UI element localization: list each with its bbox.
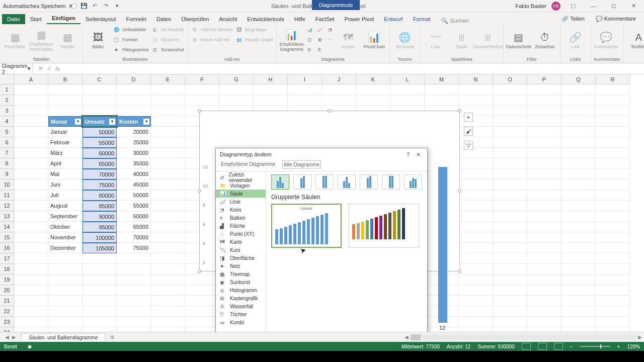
cell[interactable] bbox=[151, 158, 185, 169]
row-header[interactable]: 22 bbox=[0, 306, 14, 317]
cell[interactable] bbox=[527, 169, 561, 179]
cell[interactable] bbox=[83, 317, 117, 327]
cell[interactable] bbox=[527, 84, 561, 95]
cell[interactable] bbox=[527, 127, 561, 137]
cell[interactable] bbox=[459, 95, 493, 106]
row-header[interactable]: 23 bbox=[0, 317, 14, 327]
cell[interactable]: Mai bbox=[48, 169, 83, 179]
cell[interactable] bbox=[596, 275, 630, 285]
cell[interactable] bbox=[493, 169, 527, 179]
cell[interactable] bbox=[14, 158, 48, 169]
column-header[interactable]: K bbox=[356, 74, 390, 84]
chart-category-item[interactable]: 📉Kurs bbox=[216, 246, 266, 254]
cell[interactable] bbox=[83, 285, 117, 296]
cell[interactable] bbox=[493, 137, 527, 148]
cell[interactable] bbox=[459, 222, 493, 232]
cell[interactable] bbox=[493, 179, 527, 190]
chart-category-item[interactable]: ◉Sunburst bbox=[216, 278, 266, 286]
macro-record-icon[interactable]: ⏺ bbox=[27, 344, 32, 349]
cell[interactable] bbox=[14, 285, 48, 296]
tell-me-search[interactable]: 🔍 Suchen bbox=[441, 18, 468, 24]
cell[interactable] bbox=[561, 253, 596, 264]
subtype-3d-column[interactable] bbox=[404, 174, 422, 190]
cell[interactable] bbox=[48, 264, 83, 275]
cell[interactable]: 75000 bbox=[117, 243, 151, 253]
cell[interactable]: 45000 bbox=[117, 179, 151, 190]
cell[interactable] bbox=[117, 306, 151, 317]
cell[interactable] bbox=[596, 232, 630, 243]
cell[interactable]: 60000 bbox=[83, 148, 117, 158]
row-header[interactable]: 21 bbox=[0, 296, 14, 306]
column-header[interactable]: R bbox=[596, 74, 630, 84]
share-button[interactable]: 🔗 Teilen bbox=[556, 14, 590, 24]
cell[interactable] bbox=[48, 275, 83, 285]
filter-dropdown-icon[interactable]: ▾ bbox=[75, 119, 81, 125]
tab-help[interactable]: Hilfe bbox=[289, 14, 310, 24]
cell[interactable] bbox=[48, 253, 83, 264]
cell[interactable]: 105000 bbox=[83, 243, 117, 253]
cell[interactable] bbox=[48, 95, 83, 106]
chart-category-item[interactable]: ↺Zuletzt verwendet bbox=[216, 173, 266, 182]
cell[interactable] bbox=[48, 106, 83, 116]
cell[interactable]: 85000 bbox=[83, 201, 117, 211]
cell[interactable] bbox=[561, 95, 596, 106]
sheet-prev-icon[interactable]: ◀ bbox=[5, 334, 9, 340]
dialog-tab-all[interactable]: Alle Diagramme bbox=[282, 160, 321, 169]
undo-icon[interactable]: ↶ bbox=[91, 2, 99, 10]
cell[interactable] bbox=[151, 201, 185, 211]
tab-view[interactable]: Ansicht bbox=[214, 14, 242, 24]
pivot-table-button[interactable]: ▦PivotTable bbox=[3, 25, 27, 55]
cell[interactable] bbox=[14, 201, 48, 211]
cell[interactable] bbox=[254, 95, 288, 106]
minimize-icon[interactable]: — bbox=[586, 1, 601, 11]
save-icon[interactable]: 💾 bbox=[80, 2, 88, 10]
cell[interactable] bbox=[185, 84, 219, 95]
cell[interactable]: November bbox=[48, 232, 83, 243]
cell[interactable] bbox=[459, 211, 493, 222]
chart-category-item[interactable]: 📈Linie bbox=[216, 198, 266, 206]
cell[interactable] bbox=[561, 317, 596, 327]
cell[interactable] bbox=[527, 158, 561, 169]
tab-powerpivot[interactable]: Power Pivot bbox=[340, 14, 379, 24]
zoom-level[interactable]: 120% bbox=[627, 344, 640, 349]
cell[interactable] bbox=[459, 179, 493, 190]
cell[interactable] bbox=[322, 84, 356, 95]
column-header[interactable]: E bbox=[151, 74, 185, 84]
chart-category-item[interactable]: ✷Netz bbox=[216, 262, 266, 270]
chart-category-item[interactable]: ⫼Histogramm bbox=[216, 286, 266, 294]
cell[interactable] bbox=[459, 158, 493, 169]
timeline-button[interactable]: ⏱Zeitachse bbox=[533, 25, 557, 55]
cell[interactable]: September bbox=[48, 211, 83, 222]
select-all-corner[interactable] bbox=[0, 74, 14, 84]
chart-pie-icon[interactable]: ◔ bbox=[326, 25, 334, 34]
cell[interactable] bbox=[493, 285, 527, 296]
row-header[interactable]: 15 bbox=[0, 232, 14, 243]
cell[interactable] bbox=[493, 317, 527, 327]
cell[interactable]: 25000 bbox=[117, 137, 151, 148]
cell[interactable] bbox=[527, 211, 561, 222]
cell[interactable] bbox=[14, 211, 48, 222]
3d-map-button[interactable]: 🌐3D-Karte bbox=[393, 25, 417, 55]
cell[interactable] bbox=[117, 84, 151, 95]
cell[interactable] bbox=[527, 201, 561, 211]
chart-category-item[interactable]: ⊞Kastengrafik bbox=[216, 294, 266, 302]
tab-insert[interactable]: Einfügen bbox=[47, 13, 80, 24]
cell[interactable] bbox=[14, 84, 48, 95]
user-avatar[interactable]: FB bbox=[551, 2, 560, 11]
tab-design[interactable]: Entwurf bbox=[379, 14, 408, 24]
maps-button[interactable]: 🗺Karten bbox=[336, 25, 360, 55]
tab-review[interactable]: Überprüfen bbox=[176, 14, 214, 24]
cell[interactable] bbox=[14, 127, 48, 137]
cell[interactable] bbox=[493, 243, 527, 253]
cell[interactable] bbox=[493, 222, 527, 232]
cell[interactable]: März bbox=[48, 148, 83, 158]
column-header[interactable]: N bbox=[459, 74, 493, 84]
cell[interactable] bbox=[561, 148, 596, 158]
column-header[interactable]: G bbox=[219, 74, 254, 84]
column-header[interactable]: J bbox=[322, 74, 356, 84]
column-header[interactable]: C bbox=[83, 74, 117, 84]
column-header[interactable]: B bbox=[48, 74, 83, 84]
chart-category-item[interactable]: ⫘Kombi bbox=[216, 318, 266, 326]
dialog-help-button[interactable]: ? bbox=[403, 151, 413, 157]
cell[interactable] bbox=[527, 137, 561, 148]
